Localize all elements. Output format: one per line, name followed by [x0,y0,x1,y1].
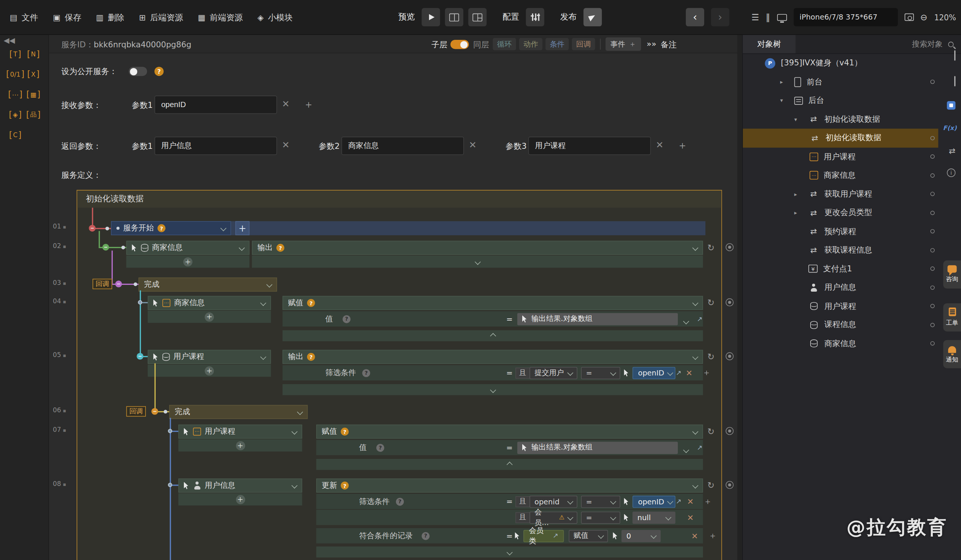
note-button[interactable]: 备注 [660,39,677,50]
help-icon[interactable]: ? [307,299,315,306]
nav-back-button[interactable]: ‹ [686,8,704,26]
block-expand-strip[interactable] [252,255,703,268]
tree-item[interactable]: ⇄预约课程 [743,222,939,241]
chevron-down-icon[interactable] [474,258,480,265]
operator-select[interactable]: = [581,511,620,523]
chevron-down-icon[interactable] [683,446,689,452]
help-icon[interactable]: ? [396,497,404,505]
callback-done-block[interactable]: 完成 [169,405,307,419]
chevron-down-icon[interactable] [260,300,266,306]
operator-select[interactable]: = [581,367,620,379]
visibility-dot[interactable] [930,341,934,345]
array-component-icon[interactable]: [⋯] [6,89,24,99]
collapse-strip[interactable] [282,384,703,395]
value-chip[interactable]: 输出结果.对象数组 [517,441,678,454]
variable-component-icon[interactable]: [X] [24,69,42,80]
tree-item[interactable]: 课程信息 [743,316,939,334]
visibility-dot[interactable] [930,154,934,159]
expand-icon[interactable]: ↗ [697,315,702,323]
add-icon[interactable]: + [183,257,192,266]
chevron-down-icon[interactable] [667,498,673,504]
tree-item[interactable]: ¥支付点1 [743,259,939,278]
flow-node-remove[interactable] [137,353,144,360]
chevron-up-icon[interactable] [490,333,496,339]
callback-chip[interactable]: 回调 [126,406,146,417]
visibility-dot[interactable] [930,173,934,177]
config-button[interactable] [526,8,545,26]
chevron-down-icon[interactable] [220,225,227,231]
callback-chip[interactable]: 回调 [93,279,112,289]
add-icon[interactable]: + [236,441,245,450]
service-start-block[interactable]: 服务开始 ? [111,221,231,235]
chevron-down-icon[interactable] [266,281,272,287]
chevron-down-icon[interactable] [692,245,698,251]
collapse-strip[interactable] [316,547,703,557]
remove-param-icon[interactable]: ✕ [656,140,664,151]
visibility-dot[interactable] [930,229,934,233]
anchor-target-icon[interactable] [726,481,734,489]
tree-item[interactable]: 用户课程 [743,297,939,316]
tab-object-tree[interactable]: 对象树 [743,35,795,53]
object-component-icon[interactable]: [◈] [6,109,24,120]
help-icon[interactable]: ? [342,315,350,323]
anchor-target-icon[interactable] [726,298,734,306]
target-block[interactable]: ⋯ 商家信息 [148,296,271,310]
expand-icon[interactable]: ↗ [697,443,702,451]
tree-item[interactable]: ⇄获取课程信息 [743,241,939,260]
group-component-icon[interactable]: [品] [24,109,42,120]
return-param1-input[interactable] [154,137,277,155]
refresh-icon[interactable]: ↻ [707,427,714,436]
action-block[interactable]: 赋值 ? [282,296,703,310]
field-select[interactable]: 会员...⚠ [529,511,577,523]
info-icon[interactable]: i [947,168,956,177]
action-block[interactable]: 更新 ? [316,478,703,493]
custom-component-icon[interactable]: [C] [6,129,24,140]
notification-button[interactable]: 通知 [943,340,961,368]
value-chip[interactable]: 0 [622,530,660,542]
field-chip[interactable]: 会员类↗ [523,530,564,542]
field-select[interactable]: openid [529,495,577,508]
anchor-target-icon[interactable] [726,243,734,251]
help-icon[interactable]: ? [422,532,430,540]
nav-forward-button[interactable]: › [711,8,730,26]
text-component-icon[interactable]: [T] [6,48,24,59]
flow-title-bar[interactable]: 初始化读取数据 [77,191,721,208]
add-icon[interactable]: ＋ [704,496,712,507]
chevron-down-icon[interactable] [692,354,698,360]
collapse-strip[interactable] [282,331,703,341]
chevron-down-icon[interactable] [683,318,689,324]
flow-node-remove[interactable] [89,225,95,231]
and-chip[interactable]: 且 [516,512,530,523]
remove-icon[interactable]: ✕ [687,497,694,506]
visibility-dot[interactable] [930,136,934,140]
event-add-button[interactable]: 事件＋ [606,37,641,51]
backend-resources-button[interactable]: ⊞后端资源 [139,12,183,23]
pause-icon[interactable]: ‖ [766,13,770,22]
remove-icon[interactable]: ✕ [691,531,698,540]
list-view-icon[interactable]: ☰ [751,13,759,22]
chevron-right-icon[interactable]: ▸ [780,79,794,85]
return-param3-input[interactable] [528,137,651,155]
flow-node-remove[interactable] [102,244,109,251]
tree-item[interactable]: ⋯用户课程 [743,147,939,166]
chevron-down-icon[interactable]: ▾ [780,98,794,104]
visibility-dot[interactable] [930,80,934,84]
tree-item[interactable]: ▸⇄更改会员类型 [743,203,939,222]
chevron-down-icon[interactable] [692,300,698,306]
help-icon[interactable]: ? [154,67,164,76]
chevron-down-icon[interactable] [291,483,297,489]
chevron-down-icon[interactable] [297,409,303,415]
chevron-right-icon[interactable]: ▸ [794,210,808,216]
file-menu-button[interactable]: ▤文件 [10,12,38,23]
expand-icon[interactable]: ↗ [676,369,681,377]
remove-param-icon[interactable]: ✕ [282,98,290,109]
flow-node-remove[interactable] [115,281,122,287]
public-service-toggle[interactable] [129,67,147,76]
service-panel-icon[interactable]: ⇄ [949,147,956,156]
chevron-down-icon[interactable] [291,428,297,435]
refresh-icon[interactable]: ↻ [707,298,714,307]
block-expand-strip[interactable]: + [178,493,302,505]
note-arrows-icon[interactable]: »» [647,39,656,48]
assign-select[interactable]: 赋值 [569,530,608,542]
refresh-icon[interactable]: ↻ [707,480,714,490]
